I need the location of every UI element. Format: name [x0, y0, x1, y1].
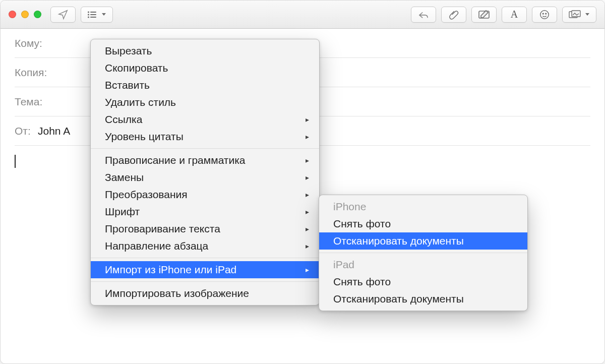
- svg-point-8: [542, 13, 543, 14]
- menu-item-label: Отсканировать документы: [333, 293, 464, 305]
- svg-point-4: [88, 16, 89, 18]
- submenu-arrow-icon: [306, 242, 309, 250]
- markup-button[interactable]: [471, 7, 497, 23]
- paperclip-icon: [449, 9, 459, 20]
- zoom-window-button[interactable]: [34, 11, 41, 18]
- svg-rect-1: [90, 12, 96, 13]
- reply-button[interactable]: [411, 7, 436, 23]
- menu-item-import-from-device[interactable]: Импорт из iPhone или iPad: [91, 261, 319, 278]
- attach-button[interactable]: [441, 7, 466, 23]
- submenu-header-label: iPad: [333, 259, 354, 271]
- svg-point-7: [540, 10, 549, 19]
- menu-item-label: Отсканировать документы: [333, 235, 464, 247]
- submenu-header-iphone: iPhone: [319, 198, 527, 215]
- menu-item-label: Замены: [105, 171, 144, 184]
- submenu-item-iphone-scan-documents[interactable]: Отсканировать документы: [319, 232, 527, 250]
- menu-item-label: Снять фото: [333, 276, 391, 288]
- menu-item-paste[interactable]: Вставить: [91, 77, 319, 94]
- menu-item-label: Правописание и грамматика: [105, 154, 246, 166]
- chevron-down-icon: [585, 13, 590, 17]
- submenu-arrow-icon: [306, 156, 309, 164]
- minimize-window-button[interactable]: [21, 11, 29, 18]
- menu-separator: [319, 253, 527, 253]
- paper-plane-icon: [57, 9, 69, 20]
- svg-rect-11: [572, 11, 580, 17]
- menu-item-label: Удалить стиль: [105, 96, 176, 108]
- svg-point-2: [88, 14, 89, 15]
- submenu-arrow-icon: [306, 173, 309, 181]
- mail-compose-window: A Кому: Копия: Тема:: [0, 0, 605, 364]
- menu-item-speech[interactable]: Проговаривание текста: [91, 220, 319, 237]
- smiley-icon: [539, 9, 550, 20]
- submenu-item-iphone-take-photo[interactable]: Снять фото: [319, 215, 527, 232]
- menu-item-cut[interactable]: Вырезать: [91, 42, 319, 59]
- submenu-header-label: iPhone: [333, 201, 366, 213]
- menu-item-label: Импорт из iPhone или iPad: [105, 264, 236, 276]
- menu-item-label: Направление абзаца: [105, 240, 208, 252]
- submenu-arrow-icon: [306, 115, 309, 124]
- svg-point-0: [88, 11, 89, 13]
- menu-item-label: Проговаривание текста: [105, 223, 220, 235]
- submenu-arrow-icon: [306, 133, 309, 141]
- window-controls: [9, 11, 41, 18]
- cc-label: Копия:: [15, 67, 55, 79]
- menu-separator: [91, 258, 319, 258]
- menu-item-label: Шрифт: [105, 206, 140, 218]
- menu-item-copy[interactable]: Скопировать: [91, 59, 319, 77]
- svg-point-9: [546, 13, 547, 14]
- markup-icon: [478, 10, 490, 20]
- from-value: John A: [38, 125, 70, 137]
- menu-separator: [91, 148, 319, 149]
- menu-item-label: Вставить: [105, 79, 150, 91]
- menu-item-paragraph-direction[interactable]: Направление абзаца: [91, 237, 319, 255]
- close-window-button[interactable]: [9, 11, 16, 18]
- photo-browser-button[interactable]: [562, 7, 596, 23]
- from-label: От:: [15, 125, 35, 137]
- menu-item-font[interactable]: Шрифт: [91, 203, 319, 220]
- menu-item-substitutions[interactable]: Замены: [91, 169, 319, 186]
- menu-item-label: Снять фото: [333, 218, 391, 230]
- menu-item-label: Импортировать изображение: [105, 287, 249, 299]
- context-menu: Вырезать Скопировать Вставить Удалить ст…: [90, 39, 320, 306]
- photos-icon: [569, 10, 581, 19]
- menu-item-import-image[interactable]: Импортировать изображение: [91, 285, 319, 302]
- format-a-icon: A: [511, 9, 518, 20]
- menu-separator: [91, 281, 319, 282]
- menu-item-remove-style[interactable]: Удалить стиль: [91, 94, 319, 111]
- svg-rect-5: [90, 17, 96, 18]
- submenu-arrow-icon: [306, 266, 309, 274]
- list-bullet-icon: [87, 11, 97, 19]
- menu-item-quote-level[interactable]: Уровень цитаты: [91, 128, 319, 145]
- menu-item-label: Ссылка: [105, 113, 142, 126]
- submenu-header-ipad: iPad: [319, 256, 527, 273]
- text-cursor: [15, 155, 16, 168]
- format-button[interactable]: A: [502, 7, 527, 23]
- chevron-down-icon: [101, 13, 106, 17]
- menu-item-transformations[interactable]: Преобразования: [91, 186, 319, 203]
- header-fields-button[interactable]: [81, 7, 113, 23]
- menu-item-spelling[interactable]: Правописание и грамматика: [91, 152, 319, 169]
- menu-item-link[interactable]: Ссылка: [91, 111, 319, 128]
- send-button[interactable]: [50, 7, 76, 23]
- svg-rect-3: [90, 14, 96, 15]
- menu-item-label: Уровень цитаты: [105, 131, 184, 143]
- submenu-arrow-icon: [306, 191, 309, 199]
- menu-item-label: Вырезать: [105, 45, 152, 57]
- to-label: Кому:: [15, 37, 55, 49]
- reply-arrow-icon: [418, 10, 429, 19]
- submenu-item-ipad-scan-documents[interactable]: Отсканировать документы: [319, 290, 527, 308]
- submenu-item-ipad-take-photo[interactable]: Снять фото: [319, 273, 527, 290]
- subject-label: Тема:: [15, 96, 55, 108]
- titlebar: A: [1, 1, 604, 29]
- emoji-button[interactable]: [532, 7, 557, 23]
- menu-item-label: Скопировать: [105, 62, 168, 74]
- submenu-arrow-icon: [306, 225, 309, 233]
- import-submenu: iPhone Снять фото Отсканировать документ…: [319, 195, 528, 311]
- menu-item-label: Преобразования: [105, 189, 188, 201]
- submenu-arrow-icon: [306, 208, 309, 216]
